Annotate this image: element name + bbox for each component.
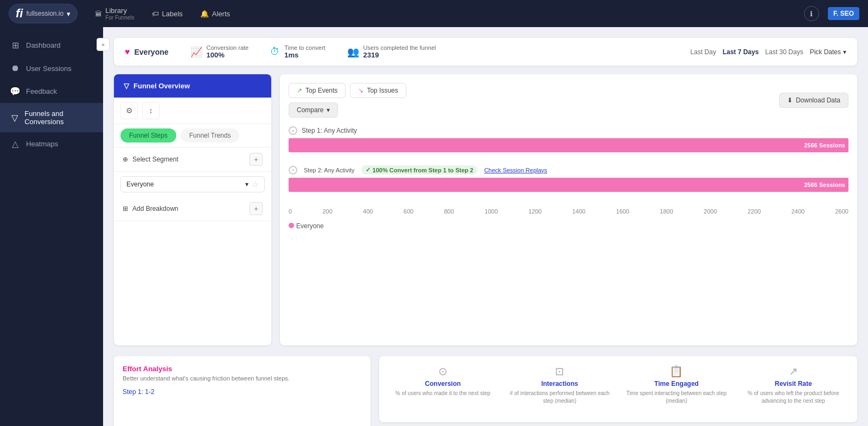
step2-bar-container: 2566 Sessions [289,178,848,192]
last-7-days-btn[interactable]: Last 7 Days [723,48,759,56]
last-day-btn[interactable]: Last Day [691,48,716,56]
panel-icon-1: ⚙ [126,106,133,115]
add-segment-btn[interactable]: + [250,153,263,166]
nav-labels[interactable]: 🏷 Labels [152,10,183,18]
sidebar: « ⊞ Dashboard ⏺ User Sessions 💬 Feedback… [0,27,103,426]
metric-conversion: ⊙ Conversion % of users who made it to t… [388,365,498,405]
time-engaged-icon: 📋 [621,365,731,378]
user-button[interactable]: F. SEO [828,7,859,20]
x-800: 800 [444,208,454,215]
left-panel: ▽ Funnel Overview ⚙ ↕ Funnel Steps [114,74,271,345]
top-issues-label: Top Issues [367,87,398,94]
chart-legend: Everyone [289,222,848,230]
nav-alerts[interactable]: 🔔 Alerts [200,10,230,18]
segment-select[interactable]: Everyone ▾ ☆ [120,176,265,192]
funnel-step-2: ○ Step 2: Any Activity ✓ 100% Convert fr… [289,165,848,192]
revisit-rate-icon: ↗ [738,365,848,378]
funnel-steps-tab[interactable]: Funnel Steps [120,128,176,143]
sidebar-item-funnels[interactable]: ▽ Funnels and Conversions [0,103,103,132]
users-completed-stat: 👥 Users completed the funnel 2319 [347,44,436,59]
conversion-metric-desc: % of users who made it to the next step [388,390,498,397]
x-1600: 1600 [616,208,629,215]
sidebar-item-dashboard[interactable]: ⊞ Dashboard [0,34,103,57]
sidebar-item-label: Feedback [26,87,57,95]
effort-desc: Better understand what's causing frictio… [123,375,362,382]
labels-icon: 🏷 [152,10,159,18]
domain-text: fullsession.io [26,10,63,17]
sidebar-item-feedback[interactable]: 💬 Feedback [0,80,103,103]
add-breakdown-btn[interactable]: + [250,202,263,215]
select-segment-label: Select Segment [132,156,178,163]
x-axis: 0 200 400 600 800 1000 1200 1400 1600 18… [289,205,848,218]
metric-interactions: ⊡ Interactions # of interactions perform… [505,365,615,405]
bottom-section: Effort Analysis Better understand what's… [114,356,857,426]
favorite-icon[interactable]: ☆ [252,180,259,189]
library-sub: For Funnels [105,15,134,21]
x-2000: 2000 [704,208,717,215]
add-breakdown-label: Add Breakdown [132,205,178,212]
dashboard-icon: ⊞ [10,40,21,50]
library-icon: 🏛 [95,10,102,18]
x-200: 200 [322,208,332,215]
select-segment-row: ⊕ Select Segment + [114,147,271,172]
logo-text: fi [16,7,23,21]
top-events-button[interactable]: ↗ Top Events [289,83,346,98]
segment-chevron-icon: ▾ [245,180,248,188]
stats-bar: ♥ Everyone 📈 Conversion rate 100% ⏱ Time… [114,38,857,66]
user-sessions-icon: ⏺ [10,63,21,73]
users-value: 2319 [363,51,436,59]
step2-sessions: 2566 Sessions [804,182,845,188]
pick-dates-btn[interactable]: Pick Dates ▾ [810,48,846,56]
user-initials: F. SEO [833,10,854,17]
two-col-layout: ▽ Funnel Overview ⚙ ↕ Funnel Steps [114,74,857,345]
conversion-icon: 📈 [190,46,202,58]
convert-text: 100% Convert from Step 1 to Step 2 [373,167,474,173]
funnels-icon: ▽ [10,113,19,123]
time-icon: ⏱ [270,46,280,57]
step1-label: ○ Step 1: Any Activity [289,126,848,135]
funnel-filter-icon: ▽ [124,82,129,90]
funnel-overview-button[interactable]: ▽ Funnel Overview [114,74,271,98]
logo-button[interactable]: fi fullsession.io ▾ [9,4,78,23]
top-issues-button[interactable]: ↘ Top Issues [350,83,406,98]
step1-label-text: Step 1: Any Activity [302,127,357,134]
check-session-link[interactable]: Check Session Replays [484,167,547,173]
last-30-days-btn[interactable]: Last 30 Days [765,48,803,56]
x-400: 400 [363,208,373,215]
step2-icon: ○ [289,166,297,175]
segment-name: Everyone [135,48,169,56]
panel-icon-btn-1[interactable]: ⚙ [120,102,138,119]
nav-library[interactable]: 🏛 Library For Funnels [95,7,134,21]
metric-time-engaged: 📋 Time Engaged Time spent interacting be… [621,365,731,405]
heart-icon: ♥ [125,47,130,57]
sidebar-item-label: Dashboard [26,41,61,49]
download-data-button[interactable]: ⬇ Download Data [779,93,848,108]
metrics-card: ⊙ Conversion % of users who made it to t… [379,356,857,422]
pick-dates-label: Pick Dates [810,48,841,56]
check-icon: ✓ [366,166,371,173]
sidebar-toggle[interactable]: « [97,38,110,51]
revisit-rate-desc: % of users who left the product before a… [738,390,848,405]
funnel-trends-tab[interactable]: Funnel Trends [181,128,240,143]
compare-button[interactable]: Compare ▾ [289,102,338,118]
sidebar-item-user-sessions[interactable]: ⏺ User Sessions [0,57,103,80]
time-to-convert-stat: ⏱ Time to convert 1ms [270,44,325,59]
compare-label: Compare [297,106,323,114]
right-top-bar: ↗ Top Events ↘ Top Issues Compare [289,83,848,118]
conversion-stat: 📈 Conversion rate 100% [190,44,249,59]
top-nav: fi fullsession.io ▾ 🏛 Library For Funnel… [0,0,868,27]
metrics-grid: ⊙ Conversion % of users who made it to t… [388,365,848,405]
toggle-icon: « [101,42,105,48]
x-0: 0 [289,208,292,215]
panel-icon-btn-2[interactable]: ↕ [142,102,159,119]
segment-select-right: ▾ ☆ [245,180,259,189]
convert-badge: ✓ 100% Convert from Step 1 to Step 2 [361,165,478,175]
download-label: Download Data [796,96,840,104]
funnel-step-1: ○ Step 1: Any Activity 2566 Sessions [289,126,848,152]
info-button[interactable]: ℹ [804,6,819,21]
top-events-label: Top Events [305,87,337,94]
sidebar-item-heatmaps[interactable]: △ Heatmaps [0,132,103,156]
labels-label: Labels [162,10,183,18]
library-label: Library [105,7,134,15]
funnel-chart: ○ Step 1: Any Activity 2566 Sessions ○ [289,126,848,230]
